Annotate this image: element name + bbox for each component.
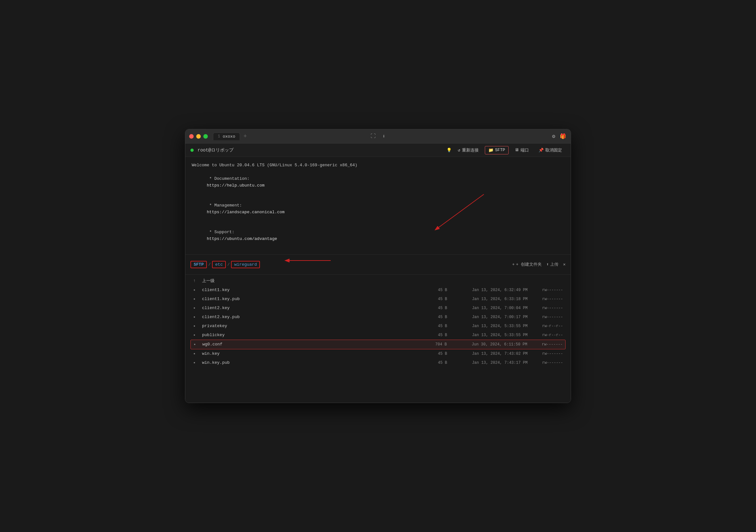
file-size: 45 B	[425, 324, 447, 329]
file-name: win.key.pub	[202, 360, 421, 365]
file-icon: ▪	[193, 306, 199, 311]
reconnect-button[interactable]: ↺ 重新连接	[454, 146, 482, 155]
list-item[interactable]: ▪ client2.key 45 B Jan 13, 2024, 7:00:04…	[185, 304, 571, 313]
file-list: ↑ 上一级 ▪ client1.key 45 B Jan 13, 2024, 6…	[185, 275, 571, 369]
terminal-support: * Support: https://ubuntu.com/advantage	[192, 222, 564, 249]
tab-number: 1	[218, 134, 220, 139]
parent-dir-row[interactable]: ↑ 上一级	[185, 276, 571, 286]
file-size: 45 B	[425, 352, 447, 356]
settings-icon[interactable]: ⚙	[552, 133, 555, 140]
breadcrumb-wireguard[interactable]: wireguard	[231, 261, 260, 268]
list-item[interactable]: ▪ client1.key 45 B Jan 13, 2024, 6:32:49…	[185, 286, 571, 295]
file-name: win.key	[202, 351, 421, 356]
support-label: * Support:	[207, 230, 234, 234]
hostname-label: root@ロリポップ	[198, 147, 233, 153]
menubar-right: 💡 ↺ 重新连接 📁 SFTP 🖥 端口 📌 取消固定	[446, 146, 566, 155]
terminal-doc: * Documentation: https://help.ubuntu.com	[192, 169, 564, 196]
file-size: 45 B	[425, 288, 447, 292]
file-perms: rw-------	[531, 306, 563, 310]
file-icon: ▪	[193, 342, 199, 347]
file-date: Jan 13, 2024, 6:32:49 PM	[450, 288, 527, 292]
lightbulb-icon[interactable]: 💡	[446, 147, 452, 153]
unpin-label: 取消固定	[545, 147, 562, 153]
pin-icon: 📌	[539, 147, 544, 153]
minimize-button[interactable]	[196, 134, 201, 139]
file-date: Jan 13, 2024, 7:43:17 PM	[450, 360, 527, 365]
file-icon: ▪	[193, 360, 199, 365]
add-tab-button[interactable]: +	[241, 133, 249, 140]
create-folder-icon: +	[512, 262, 515, 267]
file-perms: rw-------	[531, 360, 563, 365]
create-folder-button[interactable]: + + 创建文件夹	[512, 261, 542, 267]
terminal-output: Welcome to Ubuntu 20.04.6 LTS (GNU/Linux…	[185, 157, 571, 254]
tab-area: 1 oxoxo +	[213, 133, 249, 140]
file-size: 45 B	[425, 306, 447, 310]
tab-title: oxoxo	[223, 134, 235, 139]
parent-dir-label: 上一级	[202, 278, 563, 284]
breadcrumb-sftp[interactable]: SFTP	[190, 261, 207, 268]
main-window: 1 oxoxo + ⛶ ⬇ ⚙ 🎁 root@ロリポップ 💡 ↺ 重新连接 📁 …	[185, 129, 571, 403]
titlebar-actions: ⚙ 🎁	[552, 133, 566, 140]
connection-status-dot	[190, 148, 194, 152]
file-name: client2.key.pub	[202, 315, 421, 319]
terminal-mgmt: * Management: https://landscape.canonica…	[192, 196, 564, 222]
breadcrumb-bar: SFTP / etc / wireguard +	[185, 255, 571, 275]
file-perms: rw-------	[531, 352, 563, 356]
mgmt-label: * Management:	[207, 203, 242, 208]
terminal-icon: 🖥	[515, 147, 519, 152]
file-icon: ▪	[193, 332, 199, 338]
file-perms: rw-------	[531, 315, 563, 319]
file-icon: ▪	[193, 287, 199, 293]
breadcrumb-etc[interactable]: etc	[212, 261, 226, 268]
file-size: 45 B	[425, 360, 447, 365]
file-date: Jan 13, 2024, 5:33:55 PM	[450, 324, 527, 329]
doc-label: * Documentation:	[207, 176, 250, 181]
close-icon: ✕	[563, 262, 566, 267]
file-name: client1.key	[202, 287, 421, 292]
tab-oxoxo[interactable]: 1 oxoxo	[213, 133, 240, 140]
traffic-lights	[189, 134, 208, 139]
unpin-button[interactable]: 📌 取消固定	[535, 146, 566, 155]
file-date: Jun 30, 2024, 6:11:50 PM	[450, 342, 527, 347]
close-sftp-button[interactable]: ✕	[563, 262, 566, 267]
list-item[interactable]: ▪ privatekey 45 B Jan 13, 2024, 5:33:55 …	[185, 322, 571, 331]
mgmt-url: https://landscape.canonical.com	[207, 210, 285, 215]
file-date: Jan 13, 2024, 7:00:04 PM	[450, 306, 527, 310]
file-icon: ▪	[193, 297, 199, 302]
upload-label: 上传	[550, 261, 558, 267]
file-name: privatekey	[202, 324, 421, 329]
doc-url: https://help.ubuntu.com	[207, 183, 264, 188]
file-size: 45 B	[425, 333, 447, 337]
fullscreen-icon[interactable]: ⛶	[371, 133, 376, 139]
download-icon[interactable]: ⬇	[382, 133, 385, 140]
file-list-container: ↑ 上一级 ▪ client1.key 45 B Jan 13, 2024, 6…	[185, 275, 571, 369]
reconnect-icon: ↺	[458, 147, 460, 153]
sftp-button[interactable]: 📁 SFTP	[485, 146, 509, 154]
file-size: 45 B	[425, 297, 447, 301]
sftp-label: SFTP	[495, 147, 505, 152]
file-size: 704 B	[424, 342, 447, 347]
list-item[interactable]: ▪ win.key.pub 45 B Jan 13, 2024, 7:43:17…	[185, 358, 571, 367]
list-item[interactable]: ▪ win.key 45 B Jan 13, 2024, 7:43:02 PM …	[185, 349, 571, 358]
upload-button[interactable]: ⬆ 上传	[546, 261, 558, 267]
terminal-button[interactable]: 🖥 端口	[511, 146, 532, 155]
terminal-label: 端口	[521, 147, 529, 153]
file-date: Jan 13, 2024, 6:33:18 PM	[450, 297, 527, 301]
list-item[interactable]: ▪ client1.key.pub 45 B Jan 13, 2024, 6:3…	[185, 295, 571, 304]
file-icon: ▪	[193, 351, 199, 357]
maximize-button[interactable]	[203, 134, 208, 139]
titlebar: 1 oxoxo + ⛶ ⬇ ⚙ 🎁	[185, 129, 571, 144]
close-button[interactable]	[189, 134, 194, 139]
file-icon: ▪	[193, 324, 199, 329]
file-date: Jan 13, 2024, 7:00:17 PM	[450, 315, 527, 319]
gift-icon[interactable]: 🎁	[560, 133, 566, 140]
file-name: publickey	[202, 332, 421, 337]
list-item-wg0conf[interactable]: ▪ wg0.conf 704 B Jun 30, 2024, 6:11:50 P…	[190, 340, 566, 349]
file-icon: ▪	[193, 315, 199, 320]
list-item[interactable]: ▪ publickey 45 B Jan 13, 2024, 5:33:55 P…	[185, 331, 571, 340]
file-perms: rw-------	[531, 288, 563, 292]
file-perms: rw-r--r--	[531, 324, 563, 329]
list-item[interactable]: ▪ client2.key.pub 45 B Jan 13, 2024, 7:0…	[185, 313, 571, 322]
file-perms: rw-------	[530, 342, 563, 347]
upload-icon: ⬆	[546, 262, 549, 267]
